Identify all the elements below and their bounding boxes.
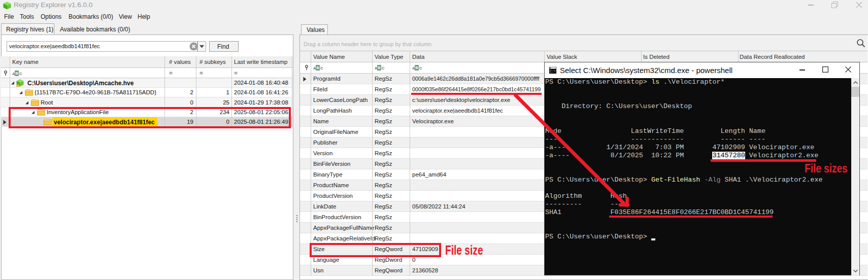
- svg-text:C:\\: C:\\: [550, 70, 557, 74]
